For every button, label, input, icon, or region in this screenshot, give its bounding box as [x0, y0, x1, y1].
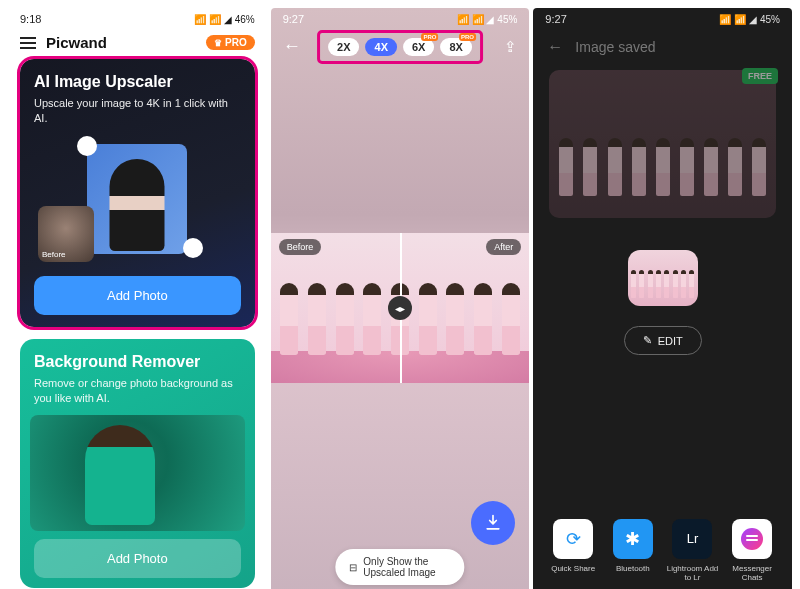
- messenger-icon: [732, 519, 772, 559]
- bg-remover-title: Background Remover: [34, 353, 241, 371]
- back-icon[interactable]: ←: [283, 36, 301, 57]
- zoom-2x[interactable]: 2X: [328, 38, 359, 56]
- add-photo-button[interactable]: Add Photo: [34, 276, 241, 315]
- free-badge: FREE: [742, 68, 778, 84]
- upscaler-preview: Before: [32, 136, 243, 266]
- bg-remover-card[interactable]: Background Remover Remove or change phot…: [20, 339, 255, 589]
- saved-topbar: ← Image saved: [533, 30, 792, 64]
- after-tag: After: [486, 239, 521, 255]
- editor-topbar: ← 2X 4X 6XPRO 8XPRO ⇪: [271, 30, 530, 63]
- status-bar: 9:27 📶 📶 ◢ 45%: [271, 8, 530, 30]
- status-bar: 9:18 📶 📶 ◢ 46%: [8, 8, 267, 30]
- zoom-4x[interactable]: 4X: [366, 38, 397, 56]
- page-title: Image saved: [575, 39, 655, 55]
- download-button[interactable]: [471, 501, 515, 545]
- zoom-6x[interactable]: 6XPRO: [403, 38, 434, 56]
- screen-home: 9:18 📶 📶 ◢ 46% Picwand ♛PRO AI Image Ups…: [8, 8, 267, 589]
- upscaler-title: AI Image Upscaler: [34, 73, 241, 91]
- zoom-selector: 2X 4X 6XPRO 8XPRO: [320, 33, 480, 61]
- bg-remover-preview: [30, 415, 245, 531]
- status-time: 9:18: [20, 13, 41, 25]
- saved-preview[interactable]: FREE: [549, 70, 776, 218]
- status-bar: 9:27 📶 📶 ◢ 45%: [533, 8, 792, 30]
- add-photo-button[interactable]: Add Photo: [34, 539, 241, 578]
- status-right: 📶 📶 ◢ 46%: [194, 14, 255, 25]
- crop-handle-icon[interactable]: [183, 238, 203, 258]
- status-time: 9:27: [545, 13, 566, 25]
- status-right: 📶 📶 ◢ 45%: [457, 14, 518, 25]
- zoom-8x[interactable]: 8XPRO: [440, 38, 471, 56]
- edit-button[interactable]: ✎ EDIT: [624, 326, 702, 355]
- pro-badge[interactable]: ♛PRO: [206, 35, 255, 50]
- screen-upscale: 9:27 📶 📶 ◢ 45% ← 2X 4X 6XPRO 8XPRO ⇪ ◂▸ …: [271, 8, 530, 589]
- share-messenger[interactable]: Messenger Chats: [725, 519, 779, 583]
- crop-handle-icon[interactable]: [77, 136, 97, 156]
- result-thumb[interactable]: [628, 250, 698, 306]
- compare-toggle-icon: ⊟: [349, 562, 357, 573]
- slider-handle-icon[interactable]: ◂▸: [388, 296, 412, 320]
- app-brand: Picwand: [46, 34, 196, 51]
- before-thumb: Before: [38, 206, 94, 262]
- share-quick-share[interactable]: ⟳ Quick Share: [546, 519, 600, 583]
- bluetooth-icon: ✱: [613, 519, 653, 559]
- menu-icon[interactable]: [20, 37, 36, 49]
- share-bluetooth[interactable]: ✱ Bluetooth: [606, 519, 660, 583]
- toggle-upscaled-only[interactable]: ⊟ Only Show the Upscaled Image: [335, 549, 464, 585]
- lightroom-icon: Lr: [672, 519, 712, 559]
- share-lightroom[interactable]: Lr Lightroom Add to Lr: [665, 519, 719, 583]
- upscaler-desc: Upscale your image to 4K in 1 click with…: [34, 96, 241, 126]
- upscaler-card[interactable]: AI Image Upscaler Upscale your image to …: [20, 59, 255, 327]
- before-tag: Before: [279, 239, 322, 255]
- bg-remover-desc: Remove or change photo background as you…: [34, 376, 241, 406]
- crown-icon: ♛: [214, 38, 222, 48]
- share-icon[interactable]: ⇪: [504, 38, 517, 56]
- pencil-icon: ✎: [643, 334, 652, 347]
- screen-saved: 9:27 📶 📶 ◢ 45% ← Image saved FREE ✎ EDIT…: [533, 8, 792, 589]
- quick-share-icon: ⟳: [553, 519, 593, 559]
- status-time: 9:27: [283, 13, 304, 25]
- back-icon[interactable]: ←: [547, 38, 563, 56]
- share-row: ⟳ Quick Share ✱ Bluetooth Lr Lightroom A…: [533, 509, 792, 589]
- status-right: 📶 📶 ◢ 45%: [719, 14, 780, 25]
- app-header: Picwand ♛PRO: [8, 30, 267, 59]
- download-icon: [483, 513, 503, 533]
- compare-view[interactable]: ◂▸ Before After: [271, 233, 530, 383]
